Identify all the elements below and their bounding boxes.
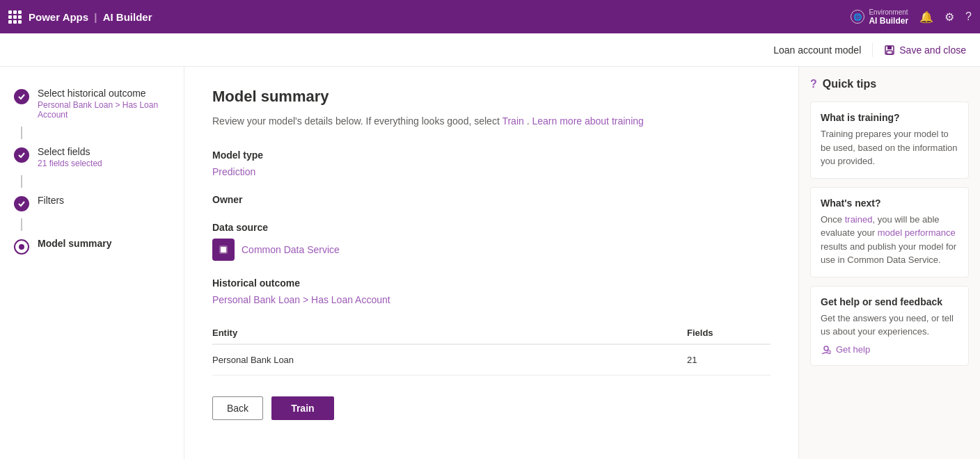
qt-card-next: What's next? Once trained, you will be a…	[810, 187, 969, 277]
sidebar-item-historical-outcome[interactable]: Select historical outcome Personal Bank …	[0, 81, 184, 127]
cds-icon	[212, 239, 235, 261]
environment-icon: 🌐	[851, 10, 864, 24]
step-2-title: Select fields	[38, 146, 102, 157]
settings-icon[interactable]: ⚙	[945, 10, 954, 24]
model-performance-link[interactable]: model performance	[878, 227, 956, 238]
qt-card-training-text: Training prepares your model to be used,…	[821, 127, 958, 168]
environment-name: AI Builder	[869, 16, 908, 26]
step-4-title: Model summary	[38, 238, 112, 249]
model-name-label: Loan account model	[773, 45, 861, 56]
model-type-section: Model type Prediction	[212, 150, 770, 177]
table-row: Personal Bank Loan 21	[212, 345, 770, 376]
step-circle-4	[14, 239, 29, 255]
step-connector-1	[21, 127, 22, 139]
train-link[interactable]: Train	[502, 115, 523, 127]
bell-icon[interactable]: 🔔	[919, 10, 933, 24]
main-layout: Select historical outcome Personal Bank …	[0, 67, 980, 459]
svg-rect-4	[221, 247, 226, 252]
get-help-icon: ?	[821, 344, 832, 355]
action-buttons: Back Train	[212, 396, 770, 420]
subheader: Loan account model Save and close	[0, 33, 980, 67]
entity-cell: Personal Bank Loan	[212, 355, 687, 365]
get-help-link[interactable]: Get help	[836, 344, 870, 355]
svg-rect-2	[887, 51, 892, 54]
environment-block: 🌐 Environment AI Builder	[851, 8, 908, 26]
owner-section: Owner	[212, 194, 770, 205]
sidebar-item-select-fields[interactable]: Select fields 21 fields selected	[0, 139, 184, 175]
quick-tips-panel: ? Quick tips What is training? Training …	[799, 67, 980, 459]
model-type-label: Model type	[212, 150, 770, 161]
page-title: Model summary	[212, 88, 770, 106]
brand-label: Power Apps | AI Builder	[29, 11, 152, 23]
trained-link[interactable]: trained	[845, 214, 873, 225]
qt-card-help-title: Get help or send feedback	[821, 296, 958, 307]
step-connector-3	[21, 218, 22, 231]
qt-card-help-text: Get the answers you need, or tell us abo…	[821, 312, 958, 339]
col-entity-header: Entity	[212, 328, 687, 338]
help-icon[interactable]: ?	[965, 10, 972, 23]
svg-text:?: ?	[828, 350, 830, 354]
fields-table: Entity Fields Personal Bank Loan 21	[212, 322, 770, 376]
historical-outcome-section: Historical outcome Personal Bank Loan > …	[212, 277, 770, 305]
environment-label: Environment	[869, 8, 908, 16]
top-navigation: Power Apps | AI Builder 🌐 Environment AI…	[0, 0, 980, 33]
content-area: Model summary Review your model's detail…	[184, 67, 799, 459]
step-3-title: Filters	[38, 195, 64, 206]
qt-card-training: What is training? Training prepares your…	[810, 102, 969, 179]
data-source-value: Common Data Service	[242, 244, 340, 255]
get-help-row[interactable]: ? Get help	[821, 344, 958, 355]
save-icon	[884, 45, 895, 56]
step-circle-3	[14, 196, 29, 211]
fields-cell: 21	[687, 355, 770, 365]
quick-tips-icon: ?	[810, 78, 817, 90]
back-button[interactable]: Back	[212, 396, 263, 420]
qt-card-training-title: What is training?	[821, 112, 958, 123]
qt-card-next-title: What's next?	[821, 198, 958, 209]
learn-more-link[interactable]: Learn more about training	[532, 115, 643, 127]
step-circle-2	[14, 147, 29, 163]
quick-tips-header: ? Quick tips	[810, 78, 969, 90]
step-circle-1	[14, 89, 29, 104]
table-header: Entity Fields	[212, 322, 770, 345]
qt-card-help: Get help or send feedback Get the answer…	[810, 286, 969, 366]
quick-tips-title: Quick tips	[823, 78, 876, 90]
train-button[interactable]: Train	[271, 396, 333, 420]
model-summary-description: Review your model's details below. If ev…	[212, 114, 770, 129]
model-type-value: Prediction	[212, 166, 770, 177]
historical-outcome-label: Historical outcome	[212, 277, 770, 289]
subheader-divider	[872, 43, 873, 57]
data-source-section: Data source Common Data Service	[212, 222, 770, 261]
save-close-button[interactable]: Save and close	[884, 45, 966, 56]
sidebar-item-filters[interactable]: Filters	[0, 188, 184, 218]
qt-card-next-text: Once trained, you will be able evaluate …	[821, 213, 958, 267]
owner-label: Owner	[212, 194, 770, 205]
step-1-title: Select historical outcome	[38, 88, 170, 99]
step-1-subtitle: Personal Bank Loan > Has Loan Account	[38, 100, 170, 120]
step-2-subtitle: 21 fields selected	[38, 159, 102, 168]
waffle-menu-icon[interactable]	[8, 10, 22, 24]
sidebar-item-model-summary[interactable]: Model summary	[0, 231, 184, 261]
historical-outcome-value: Personal Bank Loan > Has Loan Account	[212, 294, 770, 305]
data-source-label: Data source	[212, 222, 770, 233]
col-fields-header: Fields	[687, 328, 770, 338]
sidebar: Select historical outcome Personal Bank …	[0, 67, 184, 459]
svg-rect-1	[887, 46, 892, 49]
step-connector-2	[21, 175, 22, 188]
